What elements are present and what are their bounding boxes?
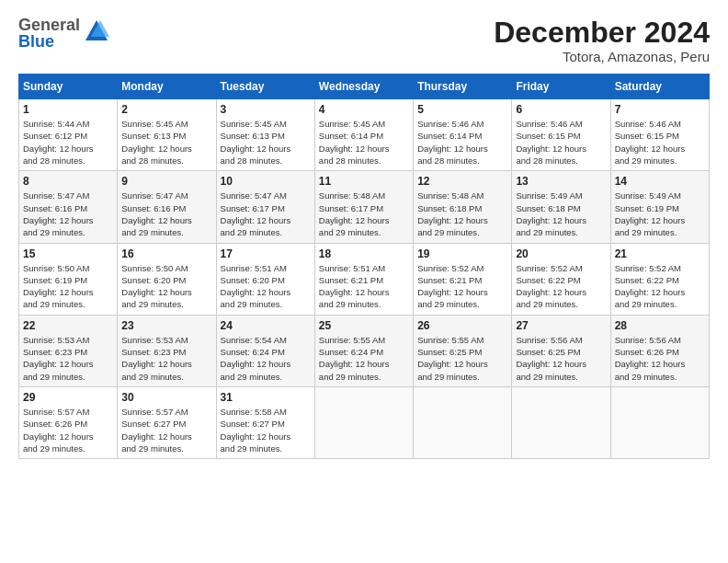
table-row: 17Sunrise: 5:51 AMSunset: 6:20 PMDayligh… bbox=[216, 243, 314, 315]
day-number: 4 bbox=[319, 103, 409, 116]
table-row: 29Sunrise: 5:57 AMSunset: 6:26 PMDayligh… bbox=[19, 386, 118, 458]
logo: General Blue bbox=[18, 17, 109, 50]
table-row: 11Sunrise: 5:48 AMSunset: 6:17 PMDayligh… bbox=[314, 171, 413, 243]
day-number: 29 bbox=[23, 391, 113, 404]
col-thursday: Thursday bbox=[414, 75, 512, 99]
table-row: 5Sunrise: 5:46 AMSunset: 6:14 PMDaylight… bbox=[414, 99, 512, 171]
day-number: 13 bbox=[516, 175, 606, 188]
table-row: 16Sunrise: 5:50 AMSunset: 6:20 PMDayligh… bbox=[118, 243, 216, 315]
day-info: Sunrise: 5:51 AMSunset: 6:20 PMDaylight:… bbox=[221, 262, 311, 311]
day-info: Sunrise: 5:52 AMSunset: 6:21 PMDaylight:… bbox=[417, 262, 507, 311]
table-row bbox=[414, 386, 512, 458]
table-row bbox=[314, 386, 413, 458]
table-row: 19Sunrise: 5:52 AMSunset: 6:21 PMDayligh… bbox=[414, 243, 512, 315]
table-row: 25Sunrise: 5:55 AMSunset: 6:24 PMDayligh… bbox=[314, 315, 413, 386]
table-row: 9Sunrise: 5:47 AMSunset: 6:16 PMDaylight… bbox=[118, 171, 216, 243]
table-row: 1Sunrise: 5:44 AMSunset: 6:12 PMDaylight… bbox=[19, 99, 118, 171]
day-number: 10 bbox=[221, 175, 311, 188]
table-row: 26Sunrise: 5:55 AMSunset: 6:25 PMDayligh… bbox=[414, 315, 512, 386]
day-number: 15 bbox=[23, 247, 113, 260]
title-block: December 2024 Totora, Amazonas, Peru bbox=[494, 17, 710, 64]
day-number: 12 bbox=[417, 175, 507, 188]
calendar-week-row: 1Sunrise: 5:44 AMSunset: 6:12 PMDaylight… bbox=[19, 99, 710, 171]
day-info: Sunrise: 5:47 AMSunset: 6:16 PMDaylight:… bbox=[23, 190, 113, 238]
day-number: 8 bbox=[23, 175, 113, 188]
day-number: 6 bbox=[516, 103, 606, 116]
day-info: Sunrise: 5:57 AMSunset: 6:26 PMDaylight:… bbox=[23, 406, 113, 454]
table-row: 14Sunrise: 5:49 AMSunset: 6:19 PMDayligh… bbox=[610, 171, 709, 243]
calendar-week-row: 22Sunrise: 5:53 AMSunset: 6:23 PMDayligh… bbox=[19, 315, 710, 386]
day-info: Sunrise: 5:46 AMSunset: 6:15 PMDaylight:… bbox=[615, 118, 705, 167]
table-row: 24Sunrise: 5:54 AMSunset: 6:24 PMDayligh… bbox=[216, 315, 314, 386]
day-info: Sunrise: 5:48 AMSunset: 6:18 PMDaylight:… bbox=[417, 190, 507, 238]
day-info: Sunrise: 5:44 AMSunset: 6:12 PMDaylight:… bbox=[23, 118, 113, 167]
col-friday: Friday bbox=[512, 75, 610, 99]
day-number: 31 bbox=[221, 391, 311, 404]
day-info: Sunrise: 5:56 AMSunset: 6:25 PMDaylight:… bbox=[516, 334, 606, 383]
day-number: 28 bbox=[615, 319, 705, 332]
table-row: 10Sunrise: 5:47 AMSunset: 6:17 PMDayligh… bbox=[216, 171, 314, 243]
table-row: 8Sunrise: 5:47 AMSunset: 6:16 PMDaylight… bbox=[19, 171, 118, 243]
day-number: 23 bbox=[121, 319, 211, 332]
day-number: 17 bbox=[221, 247, 311, 260]
day-info: Sunrise: 5:47 AMSunset: 6:16 PMDaylight:… bbox=[121, 190, 211, 238]
day-number: 26 bbox=[417, 319, 507, 332]
day-number: 3 bbox=[221, 103, 311, 116]
day-number: 27 bbox=[516, 319, 606, 332]
day-info: Sunrise: 5:45 AMSunset: 6:14 PMDaylight:… bbox=[319, 118, 409, 167]
day-info: Sunrise: 5:50 AMSunset: 6:20 PMDaylight:… bbox=[121, 262, 211, 311]
day-info: Sunrise: 5:56 AMSunset: 6:26 PMDaylight:… bbox=[615, 334, 705, 383]
col-monday: Monday bbox=[118, 75, 216, 99]
day-info: Sunrise: 5:49 AMSunset: 6:18 PMDaylight:… bbox=[516, 190, 606, 238]
col-sunday: Sunday bbox=[19, 75, 118, 99]
table-row: 12Sunrise: 5:48 AMSunset: 6:18 PMDayligh… bbox=[414, 171, 512, 243]
table-row: 22Sunrise: 5:53 AMSunset: 6:23 PMDayligh… bbox=[19, 315, 118, 386]
day-number: 14 bbox=[615, 175, 705, 188]
table-row: 4Sunrise: 5:45 AMSunset: 6:14 PMDaylight… bbox=[314, 99, 413, 171]
table-row: 31Sunrise: 5:58 AMSunset: 6:27 PMDayligh… bbox=[216, 386, 314, 458]
day-info: Sunrise: 5:58 AMSunset: 6:27 PMDaylight:… bbox=[221, 406, 311, 454]
table-row: 30Sunrise: 5:57 AMSunset: 6:27 PMDayligh… bbox=[118, 386, 216, 458]
day-info: Sunrise: 5:49 AMSunset: 6:19 PMDaylight:… bbox=[615, 190, 705, 238]
day-info: Sunrise: 5:52 AMSunset: 6:22 PMDaylight:… bbox=[615, 262, 705, 311]
day-info: Sunrise: 5:47 AMSunset: 6:17 PMDaylight:… bbox=[221, 190, 311, 238]
day-info: Sunrise: 5:50 AMSunset: 6:19 PMDaylight:… bbox=[23, 262, 113, 311]
day-info: Sunrise: 5:55 AMSunset: 6:24 PMDaylight:… bbox=[319, 334, 409, 383]
table-row: 3Sunrise: 5:45 AMSunset: 6:13 PMDaylight… bbox=[216, 99, 314, 171]
day-number: 9 bbox=[121, 175, 211, 188]
table-row bbox=[610, 386, 709, 458]
col-saturday: Saturday bbox=[610, 75, 709, 99]
day-info: Sunrise: 5:46 AMSunset: 6:15 PMDaylight:… bbox=[516, 118, 606, 167]
day-info: Sunrise: 5:55 AMSunset: 6:25 PMDaylight:… bbox=[417, 334, 507, 383]
table-row: 2Sunrise: 5:45 AMSunset: 6:13 PMDaylight… bbox=[118, 99, 216, 171]
header: General Blue December 2024 Totora, Amazo… bbox=[18, 17, 710, 64]
day-info: Sunrise: 5:51 AMSunset: 6:21 PMDaylight:… bbox=[319, 262, 409, 311]
calendar-week-row: 29Sunrise: 5:57 AMSunset: 6:26 PMDayligh… bbox=[19, 386, 710, 458]
table-row: 20Sunrise: 5:52 AMSunset: 6:22 PMDayligh… bbox=[512, 243, 610, 315]
table-row: 15Sunrise: 5:50 AMSunset: 6:19 PMDayligh… bbox=[19, 243, 118, 315]
logo-name: General Blue bbox=[18, 17, 80, 50]
day-number: 16 bbox=[121, 247, 211, 260]
day-number: 18 bbox=[319, 247, 409, 260]
day-info: Sunrise: 5:48 AMSunset: 6:17 PMDaylight:… bbox=[319, 190, 409, 238]
calendar-header-row: Sunday Monday Tuesday Wednesday Thursday… bbox=[19, 75, 710, 99]
day-info: Sunrise: 5:57 AMSunset: 6:27 PMDaylight:… bbox=[121, 406, 211, 454]
table-row: 6Sunrise: 5:46 AMSunset: 6:15 PMDaylight… bbox=[512, 99, 610, 171]
table-row: 7Sunrise: 5:46 AMSunset: 6:15 PMDaylight… bbox=[610, 99, 709, 171]
day-number: 5 bbox=[417, 103, 507, 116]
table-row: 13Sunrise: 5:49 AMSunset: 6:18 PMDayligh… bbox=[512, 171, 610, 243]
day-info: Sunrise: 5:53 AMSunset: 6:23 PMDaylight:… bbox=[23, 334, 113, 383]
page: General Blue December 2024 Totora, Amazo… bbox=[0, 0, 728, 563]
table-row bbox=[512, 386, 610, 458]
col-tuesday: Tuesday bbox=[216, 75, 314, 99]
table-row: 18Sunrise: 5:51 AMSunset: 6:21 PMDayligh… bbox=[314, 243, 413, 315]
table-row: 27Sunrise: 5:56 AMSunset: 6:25 PMDayligh… bbox=[512, 315, 610, 386]
day-info: Sunrise: 5:54 AMSunset: 6:24 PMDaylight:… bbox=[221, 334, 311, 383]
day-number: 1 bbox=[23, 103, 113, 116]
day-number: 11 bbox=[319, 175, 409, 188]
day-number: 30 bbox=[121, 391, 211, 404]
table-row: 28Sunrise: 5:56 AMSunset: 6:26 PMDayligh… bbox=[610, 315, 709, 386]
calendar-subtitle: Totora, Amazonas, Peru bbox=[494, 49, 710, 64]
logo-icon bbox=[84, 18, 109, 48]
day-info: Sunrise: 5:45 AMSunset: 6:13 PMDaylight:… bbox=[221, 118, 311, 167]
